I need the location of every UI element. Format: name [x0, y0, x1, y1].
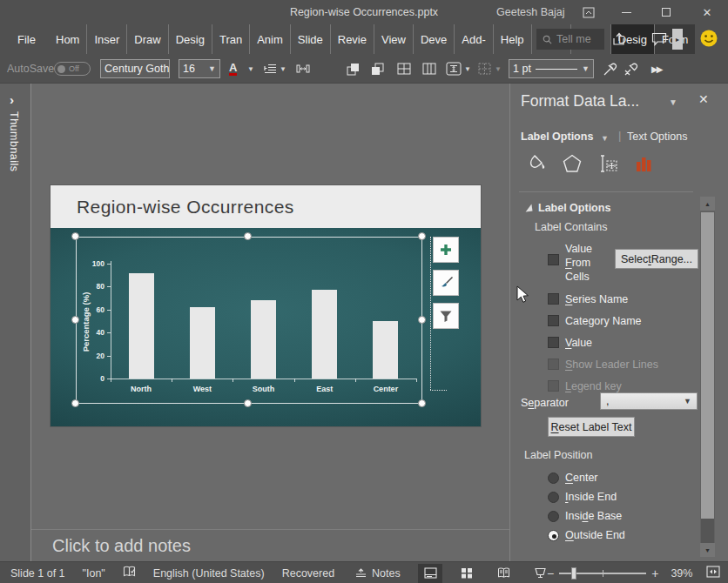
selection-handle[interactable]	[244, 232, 252, 240]
checkbox-label[interactable]: Series Name	[565, 292, 628, 306]
slide-canvas[interactable]: Region-wise Occurrences Percentage (%) 0…	[51, 185, 481, 426]
selection-handle[interactable]	[418, 316, 426, 324]
maximize-button[interactable]	[652, 0, 680, 24]
select-range-button[interactable]: Select Range...	[615, 249, 698, 269]
ribbon-tab-inser[interactable]: Inser	[86, 24, 126, 54]
ribbon-tab-anim[interactable]: Anim	[249, 24, 290, 54]
effects-pentagon-icon[interactable]	[560, 151, 584, 176]
selection-handle[interactable]	[418, 399, 426, 407]
checkbox-category-name[interactable]	[548, 315, 559, 326]
fit-slide-icon[interactable]	[706, 566, 720, 580]
zoom-in-button[interactable]: +	[651, 566, 658, 580]
zoom-slider[interactable]	[559, 573, 646, 574]
scrollbar-thumb[interactable]	[701, 212, 714, 519]
slide-workspace[interactable]: Region-wise Occurrences Percentage (%) 0…	[31, 84, 509, 529]
cell-spacing-caret[interactable]: ▼	[464, 61, 471, 77]
borders-icon[interactable]	[478, 61, 491, 77]
separator-select[interactable]: , ▼	[600, 392, 698, 410]
reset-label-text-button[interactable]: Reset Label Text	[548, 417, 635, 437]
ribbon-tab-tran[interactable]: Tran	[212, 24, 249, 54]
chart-elements-button[interactable]	[433, 237, 459, 263]
minimize-button[interactable]	[612, 0, 640, 24]
pane-close-icon[interactable]: ✕	[698, 92, 709, 106]
ribbon-display-options-icon[interactable]	[575, 0, 603, 24]
chart-bar-east[interactable]	[312, 290, 337, 379]
scroll-up-icon[interactable]: ▲	[700, 197, 715, 211]
section-label-options[interactable]: Label Options	[538, 202, 610, 214]
ribbon-tab-slide[interactable]: Slide	[290, 24, 330, 54]
label-options-caret-icon[interactable]: ▼	[601, 134, 609, 143]
chart-bar-west[interactable]	[190, 307, 215, 379]
notes-placeholder[interactable]: Click to add notes	[52, 536, 191, 556]
ribbon-tab-view[interactable]: View	[374, 24, 413, 54]
checkbox-value-from-cells[interactable]	[548, 254, 559, 265]
tell-me-box[interactable]: Tell me	[536, 29, 604, 50]
eyedropper-alt-icon[interactable]	[624, 61, 638, 77]
thumbnails-pane-collapsed[interactable]: › Thumbnails	[0, 84, 31, 561]
zoom-percentage[interactable]: 39%	[671, 567, 692, 580]
comment-icon[interactable]	[651, 32, 667, 50]
radio-label[interactable]: Outside End	[565, 529, 625, 541]
distribute-rows-icon[interactable]	[397, 61, 411, 77]
borders-caret[interactable]: ▼	[495, 61, 502, 77]
collapse-panel-button[interactable]: ▸	[672, 29, 683, 50]
ribbon-tab-desig[interactable]: Desig	[168, 24, 212, 54]
close-button[interactable]: ✕	[693, 0, 721, 24]
zoom-out-button[interactable]: −	[547, 566, 554, 580]
notes-toggle[interactable]: Notes	[355, 562, 401, 583]
checkbox-label[interactable]: Category Name	[565, 314, 642, 328]
text-align-icon[interactable]	[264, 61, 277, 77]
text-align-caret[interactable]: ▼	[280, 61, 286, 77]
ribbon-tab-draw[interactable]: Draw	[126, 24, 167, 54]
expand-chevron-icon[interactable]: ›	[10, 92, 14, 107]
tab-file[interactable]: File	[12, 24, 41, 54]
chart-filter-button[interactable]	[433, 303, 459, 329]
chart-object[interactable]: Percentage (%) 020406080100NorthWestSout…	[51, 228, 481, 426]
selection-handle[interactable]	[71, 232, 79, 240]
chart-bar-north[interactable]	[129, 273, 154, 379]
chart-styles-button[interactable]	[433, 270, 459, 296]
zoom-slider-thumb[interactable]	[571, 567, 576, 580]
radio-inside-base[interactable]	[548, 511, 559, 522]
checkbox-value[interactable]	[548, 337, 559, 348]
radio-label[interactable]: Center	[565, 472, 598, 484]
scrollbar-track[interactable]	[701, 519, 714, 543]
ribbon-tab-deve[interactable]: Deve	[413, 24, 454, 54]
normal-view-button[interactable]	[418, 564, 442, 583]
pane-title-caret-icon[interactable]: ▼	[669, 97, 677, 107]
notes-pane[interactable]: Click to add notes	[31, 529, 509, 561]
checkbox-label[interactable]: Value From Cells	[565, 242, 605, 284]
ribbon-tab-hom[interactable]: Hom	[49, 24, 86, 54]
checkbox-series-name[interactable]	[548, 293, 559, 305]
ribbon-tab-help[interactable]: Help	[493, 24, 531, 54]
spelling-icon[interactable]	[123, 566, 136, 580]
slide-sorter-view-button[interactable]	[455, 564, 479, 583]
selection-handle[interactable]	[244, 399, 252, 407]
scroll-down-icon[interactable]: ▼	[700, 543, 715, 557]
send-backward-icon[interactable]	[371, 61, 384, 77]
radio-outside-end[interactable]	[548, 530, 559, 541]
autosave-toggle[interactable]: Off	[54, 62, 91, 76]
language-indicator[interactable]: English (United States)	[153, 567, 265, 580]
chart-bar-center[interactable]	[373, 321, 398, 379]
section-collapse-icon[interactable]	[524, 204, 532, 211]
size-properties-icon[interactable]	[596, 151, 620, 176]
selection-handle[interactable]	[418, 232, 426, 240]
radio-inside-end[interactable]	[548, 492, 559, 503]
font-size-select[interactable]: 16▼	[179, 59, 220, 78]
font-color-caret[interactable]: ▼	[247, 61, 254, 77]
eyedropper-icon[interactable]	[603, 61, 617, 77]
ribbon-tab-revie[interactable]: Revie	[330, 24, 374, 54]
radio-label[interactable]: Inside End	[565, 491, 617, 503]
fill-line-icon[interactable]	[524, 151, 549, 176]
share-icon[interactable]	[611, 31, 627, 50]
column-width-icon[interactable]	[296, 61, 310, 77]
selection-handle[interactable]	[71, 316, 79, 324]
chart-bar-south[interactable]	[251, 300, 276, 379]
smiley-icon[interactable]	[699, 29, 718, 51]
radio-label[interactable]: Inside Base	[565, 510, 622, 522]
selection-handle[interactable]	[71, 399, 79, 407]
outline-weight-select[interactable]: 1 pt ▼	[509, 59, 594, 78]
radio-center[interactable]	[548, 472, 559, 484]
checkbox-label[interactable]: Value	[565, 336, 592, 350]
